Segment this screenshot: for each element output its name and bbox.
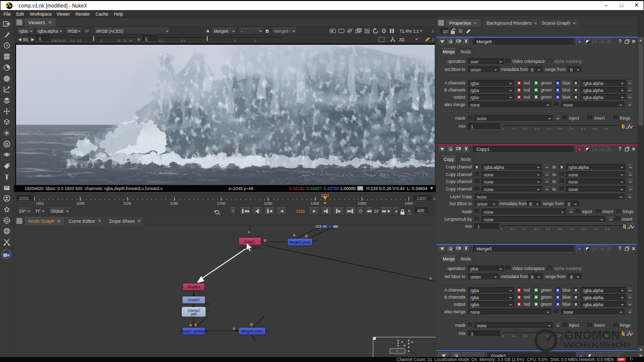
svg-text:Grade5: Grade5 <box>188 298 199 302</box>
svg-text:Copy1: Copy1 <box>245 240 255 244</box>
svg-text:(all): (all) <box>191 312 197 316</box>
svg-text:D: D <box>5 141 9 146</box>
svg-text:B: B <box>264 238 267 243</box>
svg-text:B: B <box>305 234 308 238</box>
svg-text:Merge7 (multiply): Merge7 (multiply) <box>180 329 207 333</box>
svg-text:B: B <box>194 323 197 327</box>
svg-text:B: B <box>250 322 253 327</box>
svg-text:A: A <box>248 230 251 234</box>
svg-text:A: A <box>293 233 296 237</box>
svg-text:WORKSHOP: WORKSHOP <box>564 340 631 349</box>
svg-text:A: A <box>232 326 235 331</box>
svg-text:A: A <box>189 323 192 327</box>
svg-text:Shuffle4: Shuffle4 <box>187 285 200 289</box>
svg-text:GNOMON: GNOMON <box>565 328 620 342</box>
svg-text:Merge5 (plus): Merge5 (plus) <box>289 240 310 244</box>
svg-text:Merge8 (over): Merge8 (over) <box>241 329 263 333</box>
